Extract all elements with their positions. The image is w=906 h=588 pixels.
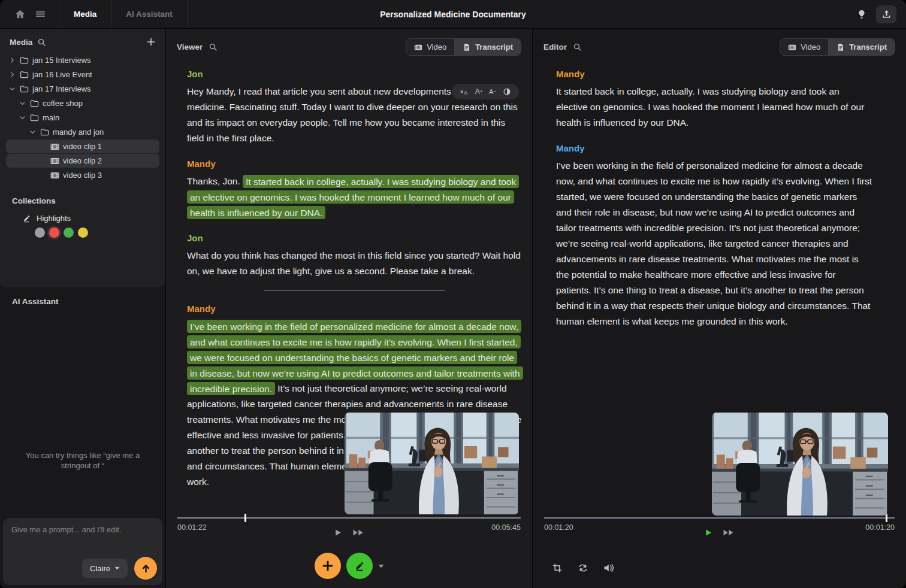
viewer-controls	[333, 528, 365, 537]
main-area: Media jan 15 Interviewsjan 16 Live Event…	[0, 29, 906, 588]
collection-highlights[interactable]: Highlights	[22, 214, 165, 223]
folder-icon	[40, 128, 49, 137]
viewer-panel: Viewer Video Transcript A	[166, 29, 533, 588]
tree-item-clip[interactable]: video clip 3	[6, 168, 159, 182]
highlight-color-dot[interactable]	[64, 228, 74, 238]
viewer-title: Viewer	[177, 43, 203, 51]
search-icon[interactable]	[573, 43, 582, 51]
lightbulb-icon	[856, 9, 867, 20]
viewer-actions	[315, 553, 384, 579]
chevron-right-icon	[8, 56, 16, 64]
top-bar: Media AI Assistant Personalized Medicine…	[0, 0, 906, 29]
search-icon[interactable]	[209, 43, 218, 51]
highlight-color-dot[interactable]	[78, 228, 88, 238]
tree-item-label: jan 15 Interviews	[32, 56, 91, 65]
voice-label: Claire	[90, 564, 110, 573]
tree-item-folder[interactable]: jan 16 Live Event	[6, 68, 159, 81]
transcript-text: What do you think has changed the most i…	[187, 250, 521, 276]
highlight-button[interactable]	[346, 553, 373, 579]
film-icon	[50, 172, 59, 179]
tree-item-clip[interactable]: video clip 1	[6, 140, 159, 153]
tree-item-folder[interactable]: jan 17 Interviews	[6, 82, 159, 96]
highlight-color-dot[interactable]	[49, 228, 59, 238]
loop-button[interactable]	[577, 562, 589, 574]
editor-playhead[interactable]	[886, 514, 887, 522]
chevron-down-icon	[8, 85, 16, 93]
video-frame	[712, 413, 888, 516]
viewer-view-toggle: Video Transcript	[406, 38, 521, 56]
editor-video-preview[interactable]	[712, 413, 888, 516]
tree-item-clip[interactable]: video clip 2	[6, 154, 159, 168]
viewer-video-preview[interactable]	[345, 413, 519, 514]
menu-icon	[35, 8, 46, 20]
project-title: Personalized Medicine Documentary	[380, 10, 526, 19]
tree-item-label: mandy and jon	[53, 128, 104, 137]
highlight-color-dot[interactable]	[35, 228, 45, 238]
menu-button[interactable]	[30, 5, 50, 23]
viewer-playhead[interactable]	[244, 514, 246, 522]
send-prompt-button[interactable]	[134, 557, 157, 580]
tree-item-label: coffee shop	[43, 99, 83, 108]
play-button[interactable]	[333, 528, 342, 537]
app-window: Media AI Assistant Personalized Medicine…	[0, 0, 906, 588]
tree-item-folder[interactable]: mandy and jon	[6, 125, 159, 139]
add-media-button[interactable]	[146, 37, 156, 47]
translate-icon[interactable]: A	[460, 88, 469, 96]
speaker-label[interactable]: Mandy	[187, 301, 522, 317]
chevron-down-icon	[19, 99, 26, 107]
speaker-label[interactable]: Mandy	[556, 66, 873, 82]
viewer-timeline[interactable]	[177, 517, 521, 519]
font-increase-button[interactable]: A+	[475, 88, 483, 95]
folder-icon	[20, 70, 29, 79]
editor-transcript-tab[interactable]: Transcript	[829, 39, 895, 55]
chevron-down-icon	[19, 114, 26, 122]
speaker-label[interactable]: Mandy	[556, 141, 873, 156]
editor-title: Editor	[543, 43, 567, 51]
editor-tools	[551, 562, 615, 574]
media-header: Media	[0, 37, 165, 53]
font-decrease-button[interactable]: A−	[489, 89, 496, 95]
tree-item-label: main	[43, 113, 59, 122]
fast-forward-button[interactable]	[721, 528, 735, 537]
share-button[interactable]	[876, 5, 896, 23]
viewer-footer: 00:01:22 00:05:45	[166, 517, 532, 588]
transcript-paragraph[interactable]: Thanks, Jon. It started back in college,…	[187, 174, 522, 220]
sidebar: Media jan 15 Interviewsjan 16 Live Event…	[0, 29, 166, 588]
highlight-options-caret[interactable]	[378, 564, 384, 568]
search-icon[interactable]	[37, 38, 46, 47]
voice-select-button[interactable]: Claire	[82, 559, 128, 578]
prompt-input[interactable]	[11, 525, 154, 553]
highlight-color-dots	[35, 228, 165, 238]
tree-item-label: jan 16 Live Event	[32, 70, 92, 79]
crop-button[interactable]	[551, 562, 563, 574]
speaker-label[interactable]: Mandy	[187, 156, 522, 172]
editor-controls	[703, 528, 735, 537]
home-button[interactable]	[10, 5, 30, 23]
play-button[interactable]	[703, 528, 712, 537]
tree-item-folder[interactable]: jan 15 Interviews	[6, 53, 159, 67]
tree-item-folder[interactable]: main	[6, 111, 159, 125]
editor-timeline[interactable]	[544, 517, 895, 519]
tab-media[interactable]: Media	[59, 0, 111, 28]
share-icon	[881, 9, 892, 19]
speaker-label[interactable]: Jon	[187, 231, 522, 246]
speaker-label[interactable]: Jon	[187, 66, 522, 82]
viewer-video-tab[interactable]: Video	[406, 39, 454, 55]
film-icon	[50, 143, 59, 150]
transcript-paragraph[interactable]: What do you think has changed the most i…	[187, 248, 522, 279]
transcript-paragraph[interactable]: I’ve been working in the field of person…	[556, 158, 873, 329]
add-to-timeline-button[interactable]	[315, 553, 341, 579]
editor-video-tab[interactable]: Video	[780, 39, 828, 55]
tips-button[interactable]	[853, 6, 870, 23]
tab-ai-assistant[interactable]: AI Assistant	[111, 0, 187, 28]
plus-icon	[322, 560, 334, 572]
transcript-text: It started back in college, actually. I …	[556, 86, 864, 128]
volume-button[interactable]	[603, 562, 615, 574]
highlighter-icon	[22, 214, 31, 223]
contrast-icon[interactable]	[503, 87, 511, 96]
fast-forward-button[interactable]	[351, 528, 365, 537]
collections-title: Collections	[12, 196, 153, 205]
transcript-paragraph[interactable]: It started back in college, actually. I …	[556, 84, 873, 131]
viewer-transcript-tab[interactable]: Transcript	[455, 39, 521, 55]
tree-item-folder[interactable]: coffee shop	[6, 96, 159, 110]
